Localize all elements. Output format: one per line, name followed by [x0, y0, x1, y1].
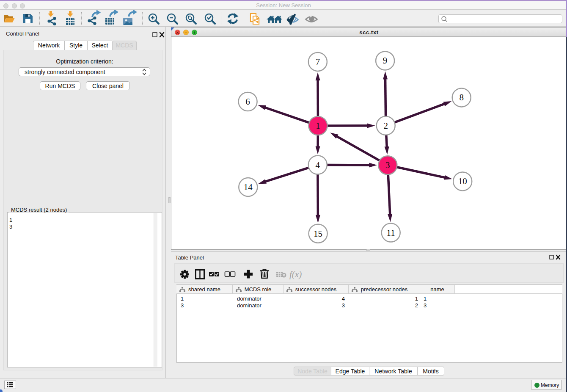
- svg-text:f(x): f(x): [289, 269, 302, 279]
- svg-text:4: 4: [316, 160, 320, 170]
- svg-text:8: 8: [459, 92, 464, 102]
- svg-text:1: 1: [316, 121, 320, 131]
- svg-text:2: 2: [383, 121, 388, 131]
- svg-text:3: 3: [385, 160, 390, 170]
- svg-text:6: 6: [245, 97, 250, 107]
- svg-text:14: 14: [244, 182, 253, 192]
- svg-text:7: 7: [316, 57, 320, 67]
- svg-text:15: 15: [314, 229, 322, 239]
- svg-text:11: 11: [387, 228, 395, 238]
- svg-text:10: 10: [458, 176, 467, 186]
- svg-text:9: 9: [383, 55, 388, 66]
